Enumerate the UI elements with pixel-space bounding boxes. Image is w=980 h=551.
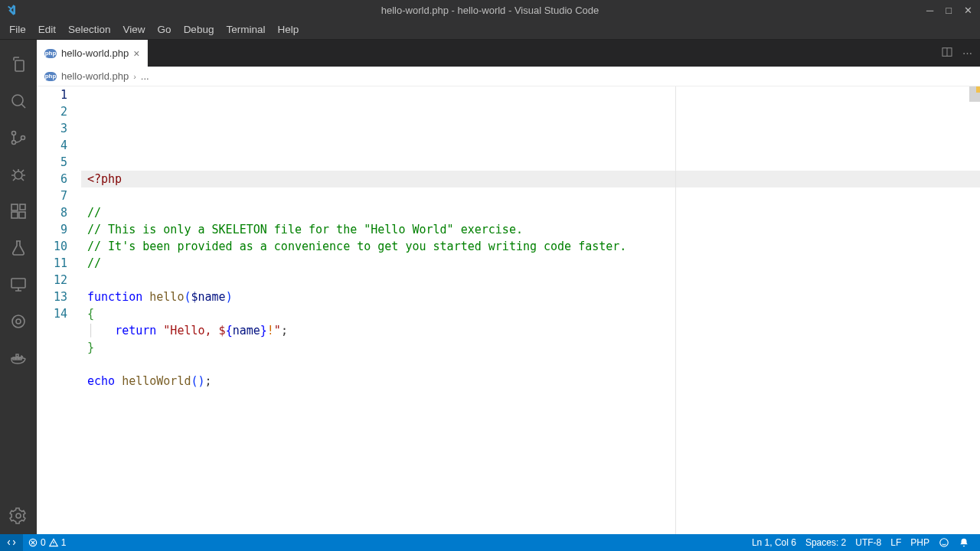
svg-point-16 bbox=[16, 514, 21, 518]
more-actions-icon[interactable]: ⋯ bbox=[962, 47, 972, 59]
warnings-count: 1 bbox=[61, 537, 67, 548]
line-number: 9 bbox=[37, 221, 67, 238]
ruler-80 bbox=[675, 86, 676, 534]
remote-indicator[interactable] bbox=[0, 534, 23, 551]
code-line[interactable] bbox=[81, 272, 980, 289]
svg-rect-15 bbox=[16, 354, 18, 357]
code-line[interactable] bbox=[81, 356, 980, 373]
menu-go[interactable]: Go bbox=[152, 21, 178, 37]
code-line[interactable]: { bbox=[81, 305, 980, 322]
svg-rect-8 bbox=[20, 204, 25, 210]
line-number: 5 bbox=[37, 154, 67, 171]
language-mode[interactable]: PHP bbox=[906, 537, 934, 548]
code-line[interactable]: // bbox=[81, 204, 980, 221]
menu-help[interactable]: Help bbox=[271, 21, 305, 37]
svg-rect-7 bbox=[19, 212, 25, 218]
debug-icon[interactable] bbox=[0, 156, 37, 193]
menu-file[interactable]: File bbox=[3, 21, 32, 37]
problems-indicator[interactable]: 0 1 bbox=[23, 534, 70, 551]
feedback-icon[interactable] bbox=[934, 537, 954, 548]
code-line[interactable]: function hello($name) bbox=[81, 289, 980, 305]
code-line[interactable]: <?php bbox=[81, 171, 980, 187]
chevron-right-icon: › bbox=[133, 72, 136, 81]
line-number: 1 bbox=[37, 86, 67, 103]
line-number: 11 bbox=[37, 255, 67, 272]
settings-gear-icon[interactable] bbox=[0, 497, 37, 534]
docker-icon[interactable] bbox=[0, 340, 37, 377]
line-number: 14 bbox=[37, 305, 67, 322]
editor-group: php hello-world.php × ⋯ php hello-world.… bbox=[37, 40, 980, 534]
code-line[interactable] bbox=[81, 390, 980, 406]
menu-selection[interactable]: Selection bbox=[62, 21, 117, 37]
status-bar: 0 1 Ln 1, Col 6 Spaces: 2 UTF-8 LF PHP bbox=[0, 534, 980, 551]
line-number: 12 bbox=[37, 272, 67, 289]
code-line[interactable]: echo helloWorld(); bbox=[81, 373, 980, 390]
main-area: php hello-world.php × ⋯ php hello-world.… bbox=[0, 40, 980, 534]
svg-point-1 bbox=[12, 132, 16, 135]
line-number: 13 bbox=[37, 289, 67, 305]
php-file-icon: php bbox=[44, 72, 57, 81]
svg-rect-6 bbox=[11, 212, 18, 218]
eol[interactable]: LF bbox=[886, 537, 906, 548]
window-minimize-icon[interactable]: ─ bbox=[926, 5, 933, 16]
line-number: 2 bbox=[37, 103, 67, 120]
svg-point-11 bbox=[16, 319, 21, 324]
menu-view[interactable]: View bbox=[117, 21, 152, 37]
search-icon[interactable] bbox=[0, 83, 37, 119]
svg-rect-5 bbox=[11, 204, 18, 210]
code-line[interactable]: │ return "Hello, ${name}!"; bbox=[81, 322, 980, 339]
line-number: 10 bbox=[37, 238, 67, 255]
tab-hello-world-php[interactable]: php hello-world.php × bbox=[37, 40, 148, 67]
breadcrumb[interactable]: php hello-world.php › ... bbox=[37, 67, 980, 86]
window-maximize-icon[interactable]: □ bbox=[946, 5, 952, 16]
menu-edit[interactable]: Edit bbox=[32, 21, 62, 37]
source-control-icon[interactable] bbox=[0, 119, 37, 156]
breadcrumb-file: hello-world.php bbox=[61, 70, 129, 82]
code-line[interactable]: // This is only a SKELETON file for the … bbox=[81, 221, 980, 238]
menu-terminal[interactable]: Terminal bbox=[220, 21, 271, 37]
line-number: 6 bbox=[37, 171, 67, 187]
svg-rect-9 bbox=[11, 279, 25, 288]
php-file-icon: php bbox=[44, 49, 57, 58]
live-share-icon[interactable] bbox=[0, 303, 37, 340]
svg-point-4 bbox=[15, 171, 22, 179]
notifications-icon[interactable] bbox=[954, 537, 974, 548]
window-title: hello-world.php - hello-world - Visual S… bbox=[0, 5, 980, 16]
code-line[interactable]: // bbox=[81, 255, 980, 272]
code-area[interactable]: <?php//// This is only a SKELETON file f… bbox=[81, 86, 980, 534]
menu-bar: FileEditSelectionViewGoDebugTerminalHelp bbox=[0, 20, 980, 40]
line-number: 7 bbox=[37, 187, 67, 204]
overview-warning-marker bbox=[976, 86, 980, 93]
svg-point-0 bbox=[12, 95, 23, 106]
svg-point-10 bbox=[12, 315, 24, 328]
explorer-icon[interactable] bbox=[0, 46, 37, 83]
cursor-position[interactable]: Ln 1, Col 6 bbox=[747, 537, 801, 548]
extensions-icon[interactable] bbox=[0, 193, 37, 230]
code-line[interactable] bbox=[81, 187, 980, 204]
svg-point-3 bbox=[21, 136, 25, 140]
code-line[interactable]: // It's been provided as a convenience t… bbox=[81, 238, 980, 255]
split-editor-icon[interactable] bbox=[941, 46, 953, 60]
errors-count: 0 bbox=[41, 537, 46, 548]
line-number: 4 bbox=[37, 137, 67, 154]
line-number-gutter: 1234567891011121314 bbox=[37, 86, 81, 534]
breadcrumb-tail: ... bbox=[141, 70, 149, 82]
editor[interactable]: 1234567891011121314 <?php//// This is on… bbox=[37, 86, 980, 534]
tab-label: hello-world.php bbox=[61, 47, 129, 59]
remote-explorer-icon[interactable] bbox=[0, 266, 37, 303]
activity-bar bbox=[0, 40, 37, 534]
title-bar: hello-world.php - hello-world - Visual S… bbox=[0, 0, 980, 20]
window-close-icon[interactable]: ✕ bbox=[964, 5, 972, 16]
line-number: 3 bbox=[37, 120, 67, 137]
menu-debug[interactable]: Debug bbox=[178, 21, 220, 37]
line-number: 8 bbox=[37, 204, 67, 221]
test-icon[interactable] bbox=[0, 230, 37, 266]
tab-bar: php hello-world.php × ⋯ bbox=[37, 40, 980, 67]
indentation[interactable]: Spaces: 2 bbox=[801, 537, 851, 548]
svg-point-2 bbox=[12, 141, 16, 145]
code-line[interactable]: } bbox=[81, 339, 980, 356]
svg-point-19 bbox=[940, 539, 949, 547]
close-tab-icon[interactable]: × bbox=[133, 47, 139, 60]
encoding[interactable]: UTF-8 bbox=[851, 537, 886, 548]
